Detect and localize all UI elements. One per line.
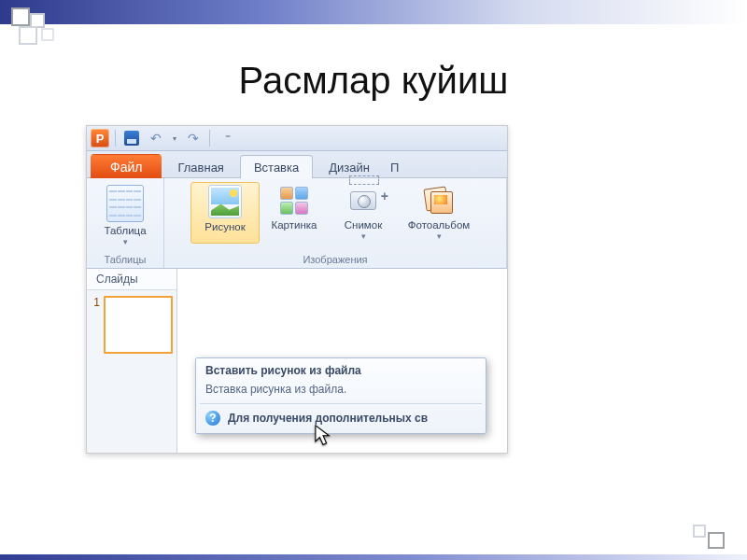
- slide-thumbnail[interactable]: [104, 296, 173, 354]
- save-button[interactable]: [121, 129, 142, 147]
- screenshot-icon: +: [347, 185, 379, 217]
- clipart-button[interactable]: Картинка: [260, 182, 329, 242]
- picture-button[interactable]: Рисунок: [190, 182, 260, 244]
- tab-insert[interactable]: Вставка: [240, 155, 313, 178]
- photoalbum-icon: [423, 185, 455, 217]
- ribbon-tabs: Файл Главная Вставка Дизайн П: [87, 151, 507, 178]
- undo-dropdown[interactable]: ▾: [170, 129, 179, 147]
- separator: [209, 130, 210, 147]
- powerpoint-logo-icon: P: [91, 129, 109, 147]
- group-title-images: Изображения: [166, 252, 504, 268]
- tooltip-help-row: ? Для получения дополнительных св: [196, 404, 486, 433]
- group-title-tables: Таблицы: [89, 252, 162, 268]
- undo-button[interactable]: ↶: [146, 129, 166, 147]
- ribbon-insert: Таблица ▾ Таблицы Рисунок Картинка: [87, 178, 507, 269]
- photoalbum-button[interactable]: Фотоальбом ▾: [398, 182, 480, 242]
- screenshot-label: Снимок: [345, 219, 382, 231]
- chevron-down-icon: [224, 233, 227, 243]
- clipart-label: Картинка: [272, 219, 317, 231]
- decor-square: [708, 532, 725, 549]
- chevron-down-icon: [293, 231, 296, 241]
- separator: [115, 130, 116, 147]
- powerpoint-window: P ↶ ▾ ↷ ⁼ Файл Главная Вставка Дизайн П: [86, 125, 508, 454]
- tooltip-help-text: Для получения дополнительных св: [228, 412, 428, 425]
- photoalbum-label: Фотоальбом: [408, 219, 470, 231]
- chevron-down-icon: ▾: [123, 237, 128, 246]
- page-title: Расмлар куйиш: [0, 60, 747, 102]
- quick-access-toolbar: P ↶ ▾ ↷ ⁼: [87, 126, 507, 151]
- chevron-down-icon: ▾: [361, 231, 366, 241]
- screenshot-button[interactable]: + Снимок ▾: [329, 182, 398, 242]
- decor-square: [693, 525, 706, 538]
- save-icon: [124, 131, 139, 146]
- help-icon: ?: [205, 411, 220, 426]
- tooltip-title: Вставить рисунок из файла: [196, 358, 486, 381]
- tooltip: Вставить рисунок из файла Вставка рисунк…: [195, 357, 486, 434]
- group-images: Рисунок Картинка + Снимок ▾: [164, 178, 507, 268]
- tab-home[interactable]: Главная: [163, 155, 237, 178]
- picture-icon: [208, 185, 242, 218]
- customize-qat-icon[interactable]: ⁼: [225, 132, 231, 145]
- slide-number: 1: [91, 296, 100, 354]
- tab-truncated[interactable]: П: [386, 155, 403, 178]
- tooltip-body: Вставка рисунка из файла.: [196, 381, 486, 403]
- redo-icon: ↷: [188, 131, 199, 146]
- table-icon: [106, 185, 144, 222]
- chevron-down-icon: ▾: [437, 231, 442, 241]
- slides-panel: Слайды 1: [87, 269, 177, 454]
- table-button[interactable]: Таблица ▾: [91, 182, 160, 247]
- slide-top-stripe: [0, 0, 747, 24]
- slides-tab[interactable]: Слайды: [87, 269, 176, 290]
- picture-label: Рисунок: [204, 221, 245, 232]
- slide-bottom-stripe: [0, 554, 747, 560]
- slide-thumbnail-row[interactable]: 1: [87, 290, 176, 359]
- redo-button[interactable]: ↷: [183, 129, 204, 147]
- tab-file[interactable]: Файл: [91, 154, 162, 178]
- clipart-icon: [278, 185, 310, 217]
- undo-icon: ↶: [150, 131, 162, 146]
- group-tables: Таблица ▾ Таблицы: [87, 178, 164, 268]
- table-label: Таблица: [104, 225, 146, 236]
